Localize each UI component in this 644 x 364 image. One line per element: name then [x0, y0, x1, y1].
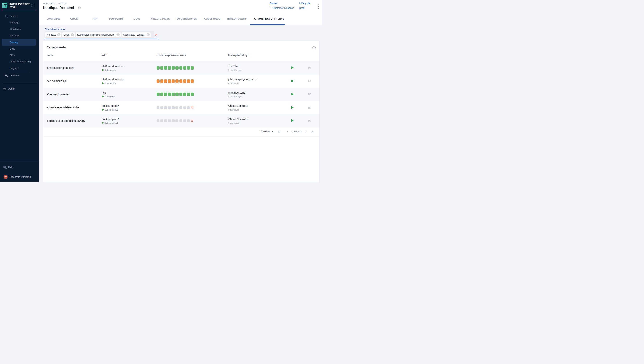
svg-text:?: ?: [4, 166, 5, 168]
